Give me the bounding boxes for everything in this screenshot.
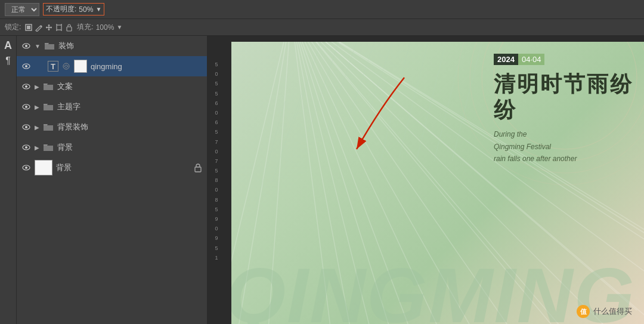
text-type-icon: T (48, 61, 58, 72)
layer-name-bgdec: 背景装饰 (57, 122, 202, 132)
lock-badge-icon (194, 163, 202, 172)
layer-name-theme: 主题字 (57, 101, 202, 112)
lock-label: 锁定: (5, 22, 21, 32)
visibility-icon-theme[interactable] (21, 103, 31, 110)
svg-point-23 (25, 166, 27, 169)
opacity-dropdown-icon[interactable]: ▼ (95, 6, 101, 13)
layer-name-decoration: 装饰 (58, 41, 202, 51)
svg-line-57 (434, 42, 464, 161)
layer-item-bg-group[interactable]: ▶ 背景 (17, 137, 207, 158)
ruler-mark-60: 6 (215, 98, 218, 108)
watermark-logo: 值 (577, 305, 590, 318)
paragraph-icon[interactable]: ¶ (5, 55, 11, 66)
text-tool-icon[interactable]: A (4, 39, 12, 52)
side-icons-panel: A ¶ (0, 36, 17, 324)
layers-list: ▼ 装饰 T (17, 36, 207, 324)
second-toolbar: 锁定: 填充: 100% (0, 19, 644, 36)
ruler-mark-70: 7 (215, 137, 218, 147)
layer-name-background: 背景 (56, 162, 190, 173)
visibility-icon-bg[interactable] (21, 164, 31, 171)
subtitle-line3: rain falls one after another (494, 155, 577, 163)
lock-pixel-icon[interactable] (24, 23, 33, 32)
svg-rect-3 (57, 25, 61, 30)
ruler-mark-65: 6 (215, 118, 218, 127)
watermark-logo-text: 值 (580, 307, 587, 316)
ruler-mark-55b: 5 (215, 89, 218, 98)
canvas-area: QINGMING 2024 04·04 清明时节雨纷纷 During the Q… (225, 36, 644, 324)
fill-dropdown-icon[interactable]: ▼ (116, 24, 122, 30)
visibility-icon-bggroup[interactable] (21, 144, 31, 151)
expand-icon-bgdec[interactable]: ▶ (35, 124, 39, 131)
link-icon-qingming (62, 62, 70, 70)
folder-icon-theme (43, 103, 54, 111)
layer-item-qingming[interactable]: T qingming (17, 56, 207, 76)
card-area: 2024 04·04 清明时节雨纷纷 During the Qingming F… (494, 54, 643, 165)
expand-icon-theme[interactable]: ▶ (35, 104, 39, 110)
main-title: 清明时节雨纷纷 (494, 71, 643, 122)
opacity-label: 不透明度: (46, 4, 76, 14)
layer-item-decoration[interactable]: ▼ 装饰 (17, 36, 207, 56)
ruler-mark-1: 1 (215, 253, 218, 263)
ruler-mark-80: 8 (215, 175, 218, 185)
svg-line-59 (273, 90, 303, 179)
layer-item-theme[interactable]: ▶ 主题字 (17, 97, 207, 117)
ruler-mark-85b: 5 (215, 205, 218, 214)
ruler-mark-50b: 0 (215, 69, 218, 79)
blend-mode-select[interactable]: 正常 (5, 3, 39, 16)
svg-point-17 (25, 106, 27, 108)
fill-label: 填充: (77, 22, 93, 32)
visibility-icon-qingming[interactable] (21, 63, 31, 70)
svg-line-54 (380, 42, 410, 161)
subtitle-line1: During the (494, 130, 527, 138)
opacity-value: 50% (79, 5, 93, 14)
svg-rect-1 (27, 26, 30, 29)
ruler-mark-75: 7 (215, 156, 218, 166)
bg-color-preview (35, 160, 52, 175)
visibility-icon-copy[interactable] (21, 83, 31, 90)
top-toolbar: 正常 不透明度: 50% ▼ (0, 0, 644, 19)
opacity-control: 不透明度: 50% ▼ (43, 3, 104, 16)
big-background-text: QINGMING (231, 251, 636, 324)
svg-line-49 (291, 42, 321, 131)
svg-rect-8 (67, 27, 72, 31)
artboard-icon[interactable] (55, 23, 63, 32)
fill-row: 填充: 100% ▼ (77, 22, 122, 32)
main-area: A ¶ ▼ 装饰 (0, 36, 644, 324)
subtitle-line2: Qingming Festival (494, 143, 551, 151)
expand-icon-decoration[interactable]: ▼ (35, 43, 41, 50)
visibility-icon-bgdec[interactable] (21, 124, 31, 131)
ruler-mark-80b: 0 (215, 185, 218, 195)
expand-icon-bggroup[interactable]: ▶ (35, 144, 39, 151)
folder-icon-bggroup (43, 143, 54, 152)
layer-item-bg-decoration[interactable]: ▶ 背景装饰 (17, 117, 207, 137)
layer-color-preview (74, 60, 87, 73)
visibility-icon-decoration[interactable] (21, 42, 31, 50)
ruler-mark-95: 9 (215, 233, 218, 243)
expand-icon-copy[interactable]: ▶ (35, 84, 39, 90)
svg-line-55 (398, 42, 428, 161)
ruler-mark-90: 9 (215, 214, 218, 224)
svg-point-15 (25, 85, 27, 88)
svg-point-10 (25, 45, 27, 47)
lock-icons (24, 23, 73, 32)
move-icon[interactable] (45, 23, 53, 32)
watermark-text: 什么值得买 (593, 306, 632, 317)
ruler-mark-55: 5 (215, 79, 218, 88)
brush-icon[interactable] (35, 23, 43, 32)
layer-item-copy[interactable]: ▶ 文案 (17, 76, 207, 97)
ruler: 5 0 5 5 6 0 6 5 7 0 7 5 8 0 8 5 9 0 9 5 … (208, 36, 225, 324)
ruler-mark-65b: 5 (215, 127, 218, 137)
design-canvas: QINGMING 2024 04·04 清明时节雨纷纷 During the Q… (231, 42, 644, 324)
svg-line-53 (363, 42, 392, 131)
subtitle: During the Qingming Festival rain falls … (494, 128, 643, 165)
layer-name-bggroup: 背景 (57, 142, 202, 153)
lock-icon[interactable] (65, 23, 73, 32)
svg-rect-24 (195, 167, 201, 172)
folder-icon-bgdec (43, 123, 54, 131)
svg-point-21 (25, 146, 27, 149)
fill-value: 100% (96, 23, 114, 32)
layer-item-background[interactable]: 背景 (17, 158, 207, 178)
ruler-mark-95b: 5 (215, 243, 218, 253)
month-day-text: 04·04 (518, 54, 545, 65)
svg-point-2 (41, 25, 42, 27)
